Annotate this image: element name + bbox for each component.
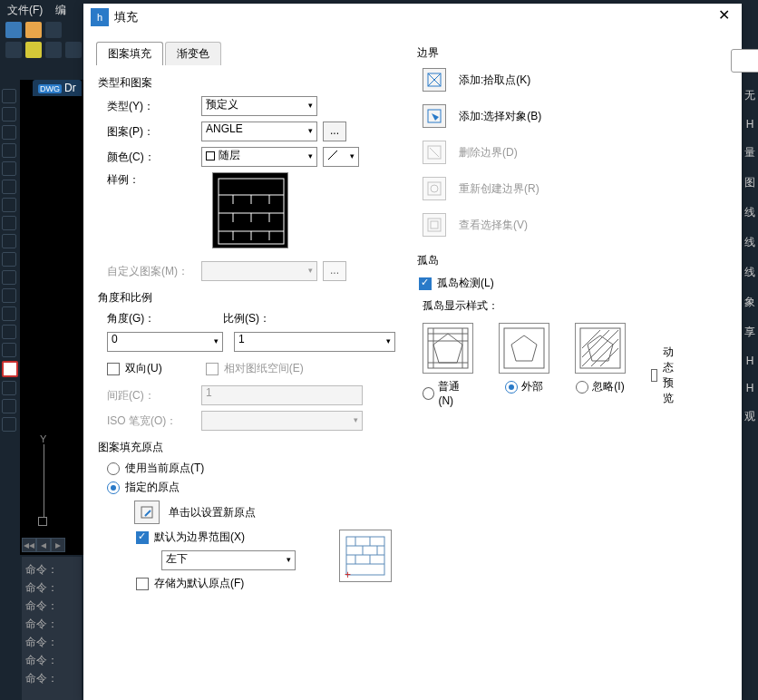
tool-icon[interactable]	[2, 89, 16, 103]
tool-icon[interactable]	[2, 161, 16, 176]
island-ignore-radio[interactable]	[576, 381, 588, 394]
tool-icon[interactable]	[2, 399, 16, 413]
svg-line-32	[430, 148, 439, 157]
tool-icon[interactable]	[2, 216, 16, 230]
menu-edit[interactable]: 编	[55, 4, 66, 16]
color-secondary-select[interactable]: ▾	[323, 147, 359, 167]
tool-icon[interactable]	[2, 270, 16, 285]
origin-position-select[interactable]: 左下▾	[161, 550, 296, 570]
angle-select[interactable]: 0▾	[107, 332, 223, 352]
svg-rect-14	[141, 507, 152, 518]
scroll-right-icon[interactable]: ▸	[51, 538, 65, 552]
tool-icon[interactable]	[2, 198, 16, 212]
delete-boundary-button	[423, 141, 446, 164]
tool-icon[interactable]	[2, 381, 16, 395]
svg-rect-16	[346, 537, 384, 575]
tool-icon[interactable]	[2, 288, 16, 303]
island-outer-radio[interactable]	[505, 381, 518, 394]
paperspace-checkbox	[206, 363, 219, 375]
toolbar-icon[interactable]	[25, 22, 42, 38]
tool-icon[interactable]	[2, 143, 16, 158]
set-origin-label: 单击以设置新原点	[169, 505, 256, 520]
tool-icon[interactable]	[2, 417, 16, 432]
svg-text:+: +	[345, 569, 351, 578]
scroll-left-icon[interactable]: ◂	[36, 538, 51, 552]
menu-file[interactable]: 文件(F)	[7, 4, 43, 16]
tool-icon[interactable]	[2, 180, 16, 194]
spacing-input: 1	[201, 385, 363, 405]
tab-gradient[interactable]: 渐变色	[165, 42, 221, 65]
store-default-origin-checkbox[interactable]	[136, 578, 149, 590]
store-default-origin-label: 存储为默认原点(F)	[154, 576, 244, 591]
dynamic-preview-checkbox[interactable]	[651, 369, 657, 382]
pattern-browse-button[interactable]: ...	[323, 122, 346, 141]
section-origin: 图案填充原点	[98, 440, 395, 455]
tool-icon[interactable]	[2, 234, 16, 248]
tool-icon[interactable]	[2, 306, 16, 321]
set-origin-button[interactable]	[134, 501, 160, 524]
scale-select[interactable]: 1▾	[234, 332, 395, 352]
hatch-dialog: h 填充 ✕ 图案填充 渐变色 类型和图案 类型(Y)： 预定义▾ 图案(P)：…	[83, 4, 742, 700]
bidir-label: 双向(U)	[125, 361, 162, 376]
sample-preview[interactable]	[212, 172, 288, 248]
type-select[interactable]: 预定义▾	[201, 96, 317, 116]
tab-pattern-fill[interactable]: 图案填充	[96, 42, 163, 65]
scroll-prev-icon[interactable]: ◂◂	[22, 538, 36, 552]
svg-line-15	[145, 510, 151, 516]
default-extents-checkbox[interactable]	[136, 531, 149, 544]
add-select-objects-button[interactable]	[423, 104, 446, 128]
angle-label: 角度(G)：	[107, 311, 223, 326]
tool-icon[interactable]	[2, 125, 16, 140]
delete-boundary-label: 删除边界(D)	[459, 145, 518, 160]
add-select-objects-label: 添加:选择对象(B)	[459, 109, 541, 124]
island-outer-thumb[interactable]	[499, 323, 549, 374]
svg-point-34	[431, 185, 438, 192]
specify-origin-label: 指定的原点	[125, 480, 180, 495]
bidir-checkbox[interactable]	[107, 363, 120, 375]
tool-icon[interactable]	[2, 252, 16, 267]
drawing-tab[interactable]: DWG Dr	[33, 80, 82, 96]
color-select[interactable]: 随层▾	[201, 147, 317, 167]
island-detection-checkbox[interactable]	[419, 277, 432, 290]
dialog-title: 填充	[114, 9, 713, 25]
command-line-area[interactable]: 命令： 命令： 命令： 命令： 命令： 命令： 命令：	[22, 557, 82, 700]
default-extents-label: 默认为边界范围(X)	[154, 530, 245, 545]
spacing-label: 间距(C)：	[96, 388, 201, 403]
drawing-canvas[interactable]	[20, 80, 83, 555]
tool-icon[interactable]	[2, 325, 16, 339]
tool-icon[interactable]	[2, 343, 16, 357]
svg-line-52	[600, 348, 618, 366]
sample-label: 样例：	[96, 172, 201, 188]
island-outer-label: 外部	[521, 379, 543, 394]
close-button[interactable]: ✕	[713, 6, 734, 28]
origin-preview: +	[339, 530, 392, 582]
use-current-origin-radio[interactable]	[107, 462, 120, 475]
svg-rect-36	[431, 221, 438, 228]
svg-rect-33	[428, 182, 441, 195]
color-label: 颜色(C)：	[96, 150, 201, 165]
view-selection-label: 查看选择集(V)	[459, 218, 528, 233]
pattern-select[interactable]: ANGLE▾	[201, 122, 317, 141]
tool-hatch-icon[interactable]	[2, 361, 18, 377]
toolbar-icon[interactable]	[45, 42, 62, 58]
iso-penwidth-select: ▾	[201, 411, 363, 431]
ям island-normal-radio[interactable]	[423, 387, 434, 400]
cmd-prompt: 命令：	[25, 560, 78, 578]
section-angle-scale: 角度和比例	[98, 290, 395, 306]
section-type-pattern: 类型和图案	[98, 75, 395, 91]
specify-origin-radio[interactable]	[107, 481, 120, 494]
tool-icon[interactable]	[2, 107, 16, 122]
island-ignore-thumb[interactable]	[575, 323, 626, 374]
svg-line-0	[328, 151, 337, 160]
toolbar-icon[interactable]	[25, 42, 42, 58]
island-normal-thumb[interactable]	[423, 323, 473, 374]
toolbar-icon[interactable]	[5, 42, 22, 58]
dynamic-preview-label: 动态预览	[663, 345, 680, 406]
toolbar-icon[interactable]	[45, 22, 62, 38]
toolbar-icon[interactable]	[65, 42, 82, 58]
add-pick-points-label: 添加:拾取点(K)	[459, 73, 530, 88]
add-pick-points-button[interactable]	[423, 68, 446, 92]
preview-button[interactable]: 预览	[731, 49, 758, 73]
svg-line-51	[582, 330, 600, 348]
toolbar-icon[interactable]	[5, 22, 22, 38]
